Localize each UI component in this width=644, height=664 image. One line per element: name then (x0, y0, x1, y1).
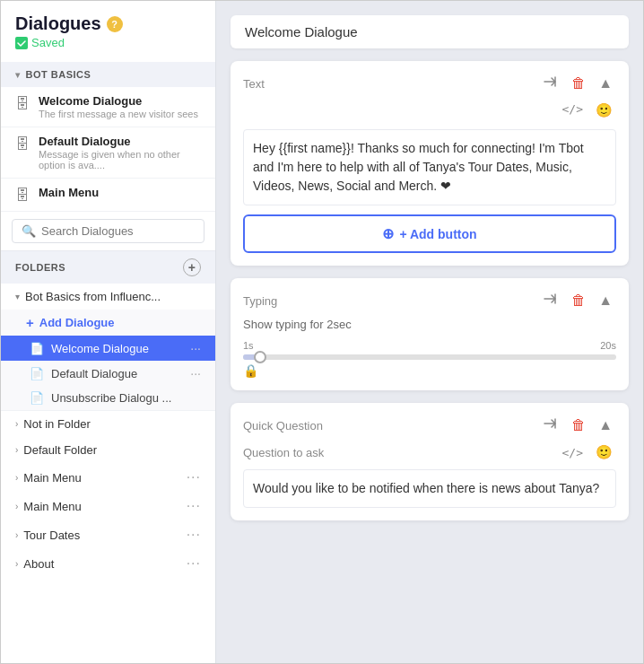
code-icon[interactable]: </> (559, 100, 587, 120)
db-icon: 🗄 (15, 96, 30, 112)
chevron-right-icon: › (15, 445, 18, 455)
dots-icon[interactable]: ··· (187, 498, 201, 514)
add-dialogue-button[interactable]: + Add Dialogue (1, 310, 215, 336)
folder-row-main-menu-1[interactable]: › Main Menu ··· (1, 463, 215, 492)
share-icon[interactable] (539, 74, 562, 93)
card-actions: 🗑 ▲ (539, 291, 616, 310)
file-icon: 📄 (30, 367, 44, 380)
folder-row-tour-dates[interactable]: › Tour Dates ··· (1, 520, 215, 549)
text-card: Text 🗑 ▲ </> 🙂 Hey {{first name}}! Thank… (231, 61, 629, 266)
folders-header: FOLDERS + (1, 251, 215, 284)
folder-name: Bot Basics from Influenc... (25, 290, 161, 303)
chevron-right-icon: › (15, 473, 18, 483)
dots-icon[interactable]: ··· (190, 341, 201, 355)
folder-row-main-menu-2[interactable]: › Main Menu ··· (1, 492, 215, 520)
db-icon: 🗄 (15, 188, 30, 204)
trash-icon[interactable]: 🗑 (568, 291, 589, 310)
chevron-right-icon: › (15, 502, 18, 511)
search-container: 🔍 (1, 212, 215, 251)
trash-icon[interactable]: 🗑 (568, 74, 589, 93)
saved-badge: Saved (15, 36, 201, 49)
trash-icon[interactable]: 🗑 (568, 415, 589, 435)
dots-icon[interactable]: ··· (187, 469, 201, 485)
folder-row-default-folder[interactable]: › Default Folder (1, 437, 215, 463)
collapse-icon[interactable]: ▲ (595, 415, 616, 435)
main-content: Welcome Dialogue Text 🗑 ▲ </> 🙂 Hey {{fi… (216, 1, 643, 663)
folder-children: + Add Dialogue 📄 Welcome Dialogue ··· 📄 … (1, 310, 215, 410)
folder-row-bot-basics[interactable]: ▾ Bot Basics from Influenc... (1, 284, 215, 310)
typing-subtitle: Show typing for 2sec (243, 318, 616, 331)
check-icon (15, 37, 28, 49)
chevron-right-icon: › (15, 530, 18, 540)
chevron-right-icon: › (15, 419, 18, 429)
sidebar: Dialogues ? Saved ▾ BOT BASICS 🗄 Welcome… (1, 1, 216, 664)
slider-labels: 1s 20s (243, 340, 616, 351)
folder-group-bot-basics: ▾ Bot Basics from Influenc... + Add Dial… (1, 284, 215, 411)
emoji-icon[interactable]: 🙂 (592, 100, 616, 120)
card-sub-actions: </> 🙂 (559, 442, 616, 462)
card-actions: 🗑 ▲ (539, 74, 616, 93)
dots-icon[interactable]: ··· (190, 366, 201, 380)
app-title: Dialogues (15, 13, 101, 34)
folder-row-about[interactable]: › About ··· (1, 549, 215, 578)
item-title: Main Menu (39, 186, 99, 199)
card-sub-actions: </> 🙂 (243, 100, 616, 120)
card-label: Typing (243, 294, 277, 308)
item-subtitle: The first message a new visitor sees (39, 109, 198, 119)
slider-thumb[interactable] (254, 351, 266, 363)
card-label: Text (243, 77, 265, 91)
item-title: Welcome Dialogue (39, 94, 198, 108)
main-menu-item[interactable]: 🗄 Main Menu (1, 179, 215, 212)
default-dialogue-item[interactable]: 🗄 Default Dialogue Message is given when… (1, 127, 215, 179)
add-folder-button[interactable]: + (183, 258, 201, 276)
bot-basics-section[interactable]: ▾ BOT BASICS (1, 62, 215, 87)
dots-icon[interactable]: ··· (187, 527, 201, 543)
emoji-icon[interactable]: 🙂 (592, 442, 616, 462)
db-icon: 🗄 (15, 136, 30, 153)
folder-row-not-in-folder[interactable]: › Not in Folder (1, 411, 215, 437)
quick-question-card: Quick Question 🗑 ▲ Question to ask </> 🙂… (231, 403, 629, 520)
chevron-icon: ▾ (15, 70, 21, 80)
welcome-dialogue-item[interactable]: 🗄 Welcome Dialogue The first message a n… (1, 87, 215, 127)
slider-track (243, 354, 616, 360)
default-dialogue-child[interactable]: 📄 Default Dialogue ··· (1, 361, 215, 386)
item-subtitle: Message is given when no other option is… (39, 149, 201, 170)
question-label: Question to ask (243, 446, 324, 459)
unsubscribe-dialogue-child[interactable]: 📄 Unsubscribe Dialogu ... (1, 386, 215, 410)
card-label: Quick Question (243, 419, 323, 432)
welcome-dialogue-child[interactable]: 📄 Welcome Dialogue ··· (1, 336, 215, 361)
share-icon[interactable] (539, 291, 562, 310)
chevron-down-icon: ▾ (15, 292, 20, 301)
item-title: Default Dialogue (39, 135, 201, 148)
search-icon: 🔍 (22, 224, 36, 238)
lock-icon: 🔒 (243, 363, 616, 378)
sidebar-header: Dialogues ? Saved (1, 1, 215, 62)
dots-icon[interactable]: ··· (187, 555, 201, 572)
dialogue-title-bar: Welcome Dialogue (231, 15, 629, 48)
add-button-btn[interactable]: ⊕ + Add button (243, 214, 616, 253)
collapse-icon[interactable]: ▲ (595, 74, 616, 93)
file-icon: 📄 (30, 342, 44, 355)
chevron-right-icon: › (15, 559, 18, 569)
share-icon[interactable] (539, 415, 562, 435)
card-actions: 🗑 ▲ (539, 415, 616, 435)
question-body: Would you like to be notified when there… (243, 469, 616, 508)
code-icon[interactable]: </> (559, 444, 587, 461)
text-body: Hey {{first name}}! Thanks so much for c… (243, 129, 616, 205)
plus-circle-icon: ⊕ (382, 225, 394, 242)
file-icon: 📄 (30, 391, 44, 405)
dialogue-title: Welcome Dialogue (245, 24, 358, 39)
typing-card: Typing 🗑 ▲ Show typing for 2sec 1s 20s 🔒 (231, 278, 629, 390)
help-icon[interactable]: ? (107, 16, 123, 32)
svg-rect-0 (15, 37, 28, 49)
search-input[interactable] (41, 224, 195, 238)
collapse-icon[interactable]: ▲ (595, 291, 616, 310)
